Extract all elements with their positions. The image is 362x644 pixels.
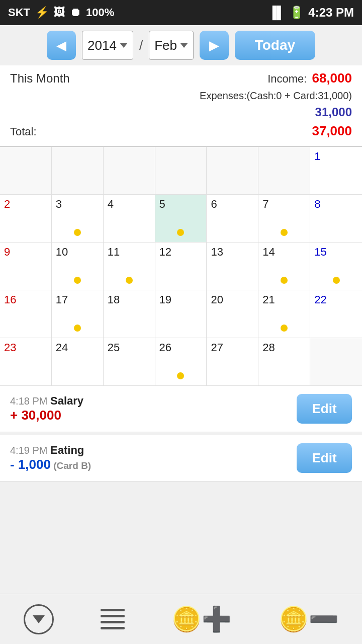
cal-cell[interactable]: 18 <box>104 290 155 338</box>
transactions-list: 4:18 PM Salary+ 30,000Edit4:19 PM Eating… <box>0 386 362 481</box>
expense-dot <box>177 229 184 236</box>
day-number: 14 <box>262 246 275 258</box>
calendar: 1234567891011121314151617181920212223242… <box>0 146 362 386</box>
menu-line-4 <box>101 627 125 629</box>
year-label: 2014 <box>87 38 117 53</box>
cal-cell[interactable]: 13 <box>207 243 258 290</box>
expense-dot <box>281 229 288 236</box>
summary-area: This Month Income: 68,000 Expenses:(Cash… <box>0 65 362 146</box>
year-dropdown-icon <box>120 43 128 48</box>
cal-cell[interactable]: 3 <box>52 195 104 243</box>
menu-nav-button[interactable] <box>101 609 125 629</box>
cal-cell[interactable]: 16 <box>0 290 52 338</box>
cal-cell[interactable]: 19 <box>155 290 207 338</box>
year-selector[interactable]: 2014 <box>82 31 133 60</box>
cal-cell[interactable]: 14 <box>258 243 310 290</box>
cal-cell[interactable]: 4 <box>104 195 155 243</box>
expenses-value: 31,000 <box>315 103 352 121</box>
expenses-label: Expenses:(Cash:0 + Card:31,000) <box>200 88 352 103</box>
day-number: 4 <box>108 198 114 210</box>
expense-dot <box>177 372 184 379</box>
cal-cell[interactable]: 10 <box>52 243 104 290</box>
edit-transaction-button[interactable]: Edit <box>297 394 352 424</box>
cal-cell[interactable]: 9 <box>0 243 52 290</box>
transaction-item: 4:19 PM Eating- 1,000 (Card B)Edit <box>0 435 362 481</box>
status-right: ▐▌ 🔋 4:23 PM <box>268 6 354 20</box>
month-selector[interactable]: Feb <box>149 31 194 60</box>
today-button[interactable]: Today <box>235 31 315 60</box>
photo-icon: 🖼 <box>54 6 65 19</box>
txn-time: 4:18 PM <box>10 395 50 407</box>
menu-line-3 <box>101 621 125 623</box>
next-month-button[interactable]: ▶ <box>200 31 229 60</box>
cal-cell <box>52 147 104 195</box>
clock[interactable]: 4:23 PM <box>308 6 354 20</box>
cal-cell[interactable]: 25 <box>104 338 155 386</box>
cal-cell[interactable]: 8 <box>310 195 362 243</box>
cal-cell[interactable]: 24 <box>52 338 104 386</box>
cal-cell[interactable]: 12 <box>155 243 207 290</box>
expense-dot <box>281 325 288 332</box>
day-number: 23 <box>4 341 16 354</box>
day-number: 1 <box>314 150 320 163</box>
prev-month-button[interactable]: ◀ <box>47 31 76 60</box>
cal-cell <box>155 147 207 195</box>
day-number: 26 <box>159 341 171 354</box>
cal-cell[interactable]: 7 <box>258 195 310 243</box>
separator: / <box>139 38 143 53</box>
cal-cell <box>207 147 258 195</box>
cal-cell[interactable]: 23 <box>0 338 52 386</box>
cal-cell[interactable]: 27 <box>207 338 258 386</box>
carrier-label: SKT <box>8 6 30 19</box>
transaction-item: 4:18 PM Salary+ 30,000Edit <box>0 386 362 432</box>
cal-cell[interactable]: 20 <box>207 290 258 338</box>
record-icon: ⏺ <box>70 6 81 19</box>
cal-cell[interactable]: 6 <box>207 195 258 243</box>
add-expense-button[interactable]: 🪙➖ <box>279 605 339 633</box>
day-number: 7 <box>262 198 268 210</box>
month-label: Feb <box>154 38 177 53</box>
cal-cell[interactable]: 1 <box>310 147 362 195</box>
cal-cell[interactable]: 5 <box>155 195 207 243</box>
expense-dot <box>74 229 81 236</box>
this-month-label: This Month <box>10 69 70 88</box>
cal-cell <box>104 147 155 195</box>
day-number: 25 <box>108 341 120 354</box>
edit-transaction-button[interactable]: Edit <box>297 443 352 473</box>
status-bar: SKT ⚡ 🖼 ⏺ 100% ▐▌ 🔋 4:23 PM <box>0 0 362 25</box>
txn-left: 4:19 PM Eating- 1,000 (Card B) <box>10 444 91 472</box>
day-number: 16 <box>4 293 16 306</box>
cal-cell[interactable]: 15 <box>310 243 362 290</box>
day-number: 24 <box>56 341 68 354</box>
txn-amount: + 30,000 <box>10 408 83 423</box>
day-number: 19 <box>159 293 171 306</box>
expense-dot <box>74 277 81 284</box>
cal-cell[interactable]: 21 <box>258 290 310 338</box>
day-number: 17 <box>56 293 68 306</box>
menu-line-1 <box>101 609 125 611</box>
cal-cell[interactable]: 2 <box>0 195 52 243</box>
cal-cell <box>258 147 310 195</box>
nav-bar: ◀ 2014 / Feb ▶ Today <box>0 25 362 65</box>
cal-cell[interactable]: 22 <box>310 290 362 338</box>
cal-cell[interactable]: 26 <box>155 338 207 386</box>
day-number: 22 <box>314 293 326 306</box>
cal-cell[interactable]: 28 <box>258 338 310 386</box>
day-number: 6 <box>211 198 217 210</box>
circle-back-icon <box>24 604 54 634</box>
cal-cell[interactable]: 17 <box>52 290 104 338</box>
bottom-nav: 🪙➕ 🪙➖ <box>0 594 362 644</box>
day-number: 21 <box>262 293 275 306</box>
add-expense-icon: 🪙➖ <box>279 605 339 633</box>
back-nav-button[interactable] <box>24 604 54 634</box>
day-number: 15 <box>314 246 326 258</box>
total-label: Total: <box>10 123 37 140</box>
status-left: SKT ⚡ 🖼 ⏺ 100% <box>8 6 114 19</box>
expense-dot <box>333 277 340 284</box>
day-number: 8 <box>314 198 320 210</box>
add-income-button[interactable]: 🪙➕ <box>171 605 232 633</box>
day-number: 18 <box>108 293 120 306</box>
txn-time: 4:19 PM <box>10 445 50 456</box>
txn-amount: - 1,000 (Card B) <box>10 457 91 472</box>
cal-cell[interactable]: 11 <box>104 243 155 290</box>
